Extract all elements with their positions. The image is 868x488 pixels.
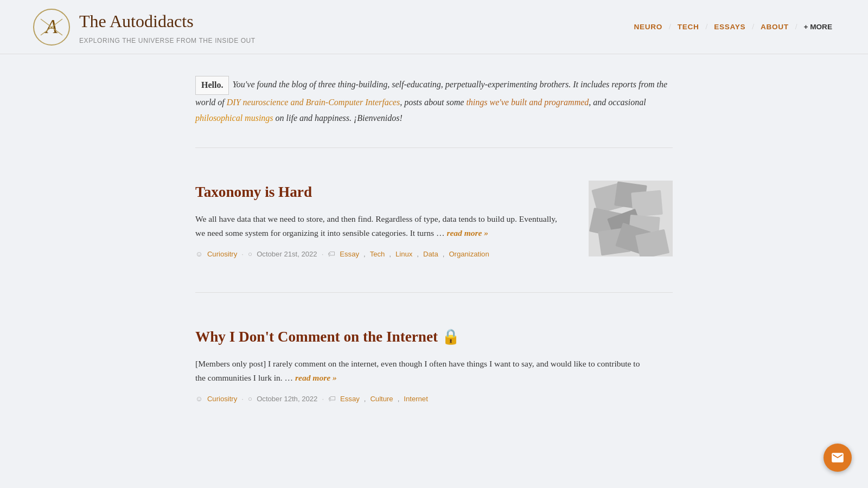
site-branding: A The Autodidacts Exploring the Universe… [33, 8, 256, 46]
post-tag-1-essay[interactable]: Essay [340, 248, 359, 260]
nav-item-essays[interactable]: ESSAYS [711, 19, 749, 35]
site-title-block: The Autodidacts Exploring the Universe f… [79, 8, 256, 46]
tag-sep-2: , [389, 248, 391, 260]
nav-divider-3: / [752, 21, 754, 33]
post-thumbnail-1 [589, 181, 673, 256]
author-icon-1: ☺ [195, 248, 203, 260]
post-card-1: Taxonomy is Hard We all have data that w… [195, 164, 673, 276]
post-excerpt-2: [Members only post] I rarely comment on … [195, 357, 651, 386]
post-tag-1-linux[interactable]: Linux [395, 248, 412, 260]
post-tag-1-org[interactable]: Organization [449, 248, 489, 260]
site-logo: A [33, 8, 71, 46]
author-icon-2: ☺ [195, 393, 203, 405]
tag-sep-6: , [398, 393, 400, 404]
post-date-2: October 12th, 2022 [257, 393, 317, 404]
read-more-1[interactable]: read more » [446, 228, 488, 237]
post-content-1: Taxonomy is Hard We all have data that w… [195, 181, 589, 260]
post-content-2: Why I Don't Comment on the Internet 🔒 [M… [195, 325, 673, 404]
post-meta-1: ☺ Curiositry · ○ October 21st, 2022 · 🏷 … [195, 248, 567, 260]
nav-item-tech[interactable]: TECH [674, 19, 703, 35]
tag-icon-2: 🏷 [328, 393, 336, 405]
post-tag-2-essay[interactable]: Essay [340, 393, 360, 404]
read-more-2[interactable]: read more » [295, 373, 337, 382]
post-tag-2-internet[interactable]: Internet [404, 393, 427, 404]
meta-dot-1a: · [241, 248, 244, 260]
post-card-2: Why I Don't Comment on the Internet 🔒 [M… [195, 309, 673, 421]
clock-icon-2: ○ [248, 393, 252, 405]
post-title-2[interactable]: Why I Don't Comment on the Internet 🔒 [195, 325, 651, 349]
nav-item-neuro[interactable]: NEURO [630, 19, 666, 35]
intro-text2: , posts about some [400, 98, 466, 107]
hello-badge: Hello. [195, 76, 229, 95]
site-title: The Autodidacts [79, 8, 256, 35]
meta-dot-2b: · [322, 393, 324, 404]
clock-icon-1: ○ [248, 248, 252, 260]
nav-item-about[interactable]: ABOUT [757, 19, 792, 35]
divider-2 [195, 292, 673, 293]
post-date-1: October 21st, 2022 [257, 248, 317, 260]
email-subscribe-button[interactable] [824, 444, 852, 453]
post-tag-1-tech[interactable]: Tech [370, 248, 385, 260]
nav-more[interactable]: + MORE [801, 19, 836, 35]
intro-text3: , and occasional [589, 98, 646, 107]
nav-divider-2: / [705, 21, 707, 33]
site-nav: NEURO / TECH / ESSAYS / ABOUT / + MORE [630, 19, 835, 35]
site-tagline: Exploring the Universe from the Inside O… [79, 36, 256, 46]
intro-block: Hello.You've found the blog of three thi… [195, 76, 673, 126]
tag-sep-3: , [417, 248, 419, 260]
tag-sep-4: , [443, 248, 445, 260]
post-author-2[interactable]: Curiositry [207, 393, 237, 404]
intro-link-neuro[interactable]: DIY neuroscience and Brain-Computer Inte… [227, 98, 400, 107]
site-header: A The Autodidacts Exploring the Universe… [0, 0, 868, 54]
tag-icon-1: 🏷 [328, 248, 335, 260]
post-tag-1-data[interactable]: Data [423, 248, 438, 260]
intro-link-built[interactable]: things we've built and programmed [466, 98, 589, 107]
meta-dot-1b: · [322, 248, 324, 260]
site-main: Hello.You've found the blog of three thi… [184, 54, 684, 453]
intro-text4: on life and happiness. ¡Bienvenidos! [273, 113, 403, 123]
post-author-1[interactable]: Curiositry [207, 248, 237, 260]
nav-divider-1: / [669, 21, 671, 33]
email-icon [831, 451, 845, 453]
tag-sep-1: , [363, 248, 366, 260]
tag-sep-5: , [364, 393, 366, 404]
post-tag-2-culture[interactable]: Culture [370, 393, 393, 404]
meta-dot-2a: · [241, 393, 244, 404]
divider-1 [195, 147, 673, 148]
thumbnail-svg-1 [589, 181, 673, 256]
intro-link-philosophy[interactable]: philosophical musings [195, 113, 273, 123]
post-excerpt-1: We all have data that we need to store, … [195, 212, 567, 241]
post-title-1[interactable]: Taxonomy is Hard [195, 181, 567, 204]
nav-divider-4: / [795, 21, 797, 33]
post-meta-2: ☺ Curiositry · ○ October 12th, 2022 · 🏷 … [195, 393, 651, 405]
